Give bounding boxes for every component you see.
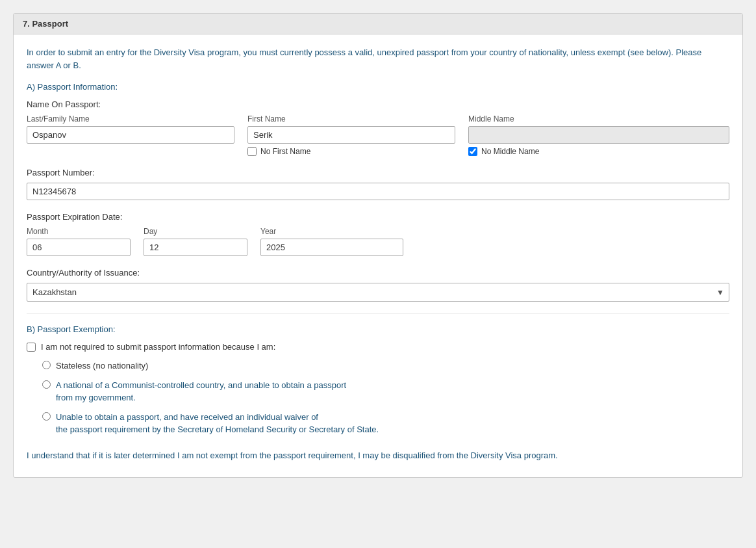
name-row: Last/Family Name First Name No First Nam…	[27, 114, 729, 156]
name-on-passport-label: Name On Passport:	[27, 99, 729, 109]
radio-waiver[interactable]	[42, 412, 51, 421]
radio-communist[interactable]	[42, 380, 51, 389]
month-col: Month	[27, 227, 131, 256]
radio-stateless-label: Stateless (no nationality)	[56, 359, 148, 372]
day-col: Day	[144, 227, 247, 256]
country-select-wrapper: Kazakhstan United States Russia China Ge…	[27, 283, 729, 302]
year-label: Year	[260, 227, 403, 236]
radio-row-3: Unable to obtain a passport, and have re…	[42, 411, 729, 436]
no-middle-name-label: No Middle Name	[481, 147, 539, 156]
section-divider	[27, 313, 729, 314]
middle-name-label: Middle Name	[468, 114, 729, 124]
month-label: Month	[27, 227, 131, 236]
exemption-checkbox[interactable]	[27, 343, 36, 352]
expiration-date-label: Passport Expiration Date:	[27, 212, 729, 222]
last-name-label: Last/Family Name	[27, 114, 234, 124]
middle-name-col: Middle Name No Middle Name	[468, 114, 729, 156]
name-on-passport-block: Name On Passport: Last/Family Name First…	[27, 99, 729, 156]
passport-number-input[interactable]	[27, 183, 729, 200]
radio-row-1: Stateless (no nationality)	[42, 359, 729, 372]
day-input[interactable]	[144, 239, 247, 256]
radio-communist-label: A national of a Communist-controlled cou…	[56, 379, 346, 404]
exemption-checkbox-label: I am not required to submit passport inf…	[41, 342, 275, 352]
day-label: Day	[144, 227, 247, 236]
no-first-name-row: No First Name	[247, 147, 455, 156]
card-body: In order to submit an entry for the Dive…	[14, 34, 742, 477]
passport-number-label: Passport Number:	[27, 168, 729, 177]
intro-text: In order to submit an entry for the Dive…	[27, 46, 729, 72]
first-name-col: First Name No First Name	[247, 114, 455, 156]
passport-section: 7. Passport In order to submit an entry …	[13, 13, 743, 478]
last-name-input[interactable]	[27, 126, 234, 144]
country-select[interactable]: Kazakhstan United States Russia China Ge…	[27, 283, 729, 302]
radio-row-2: A national of a Communist-controlled cou…	[42, 379, 729, 404]
no-middle-name-row: No Middle Name	[468, 147, 729, 156]
no-first-name-label: No First Name	[260, 147, 310, 156]
month-input[interactable]	[27, 239, 131, 256]
no-first-name-checkbox[interactable]	[247, 147, 257, 156]
date-row: Month Day Year	[27, 227, 729, 256]
footer-note: I understand that if it is later determi…	[27, 449, 729, 462]
section-header: 7. Passport	[14, 14, 742, 34]
country-label: Country/Authority of Issuance:	[27, 268, 729, 278]
section-title: 7. Passport	[23, 19, 68, 29]
radio-options: Stateless (no nationality) A national of…	[42, 359, 729, 436]
first-name-input[interactable]	[247, 126, 455, 144]
section-b-label: B) Passport Exemption:	[27, 324, 729, 334]
country-block: Country/Authority of Issuance: Kazakhsta…	[27, 268, 729, 302]
section-b: B) Passport Exemption: I am not required…	[27, 324, 729, 462]
no-middle-name-checkbox[interactable]	[468, 147, 477, 156]
middle-name-input[interactable]	[468, 126, 729, 144]
last-name-col: Last/Family Name	[27, 114, 234, 156]
expiration-date-block: Passport Expiration Date: Month Day Year	[27, 212, 729, 256]
year-input[interactable]	[260, 239, 403, 256]
year-col: Year	[260, 227, 403, 256]
radio-stateless[interactable]	[42, 361, 51, 369]
first-name-label: First Name	[247, 114, 455, 124]
section-a-label: A) Passport Information:	[27, 82, 729, 92]
radio-waiver-label: Unable to obtain a passport, and have re…	[56, 411, 379, 436]
exemption-checkbox-row: I am not required to submit passport inf…	[27, 342, 729, 352]
passport-number-block: Passport Number:	[27, 168, 729, 200]
